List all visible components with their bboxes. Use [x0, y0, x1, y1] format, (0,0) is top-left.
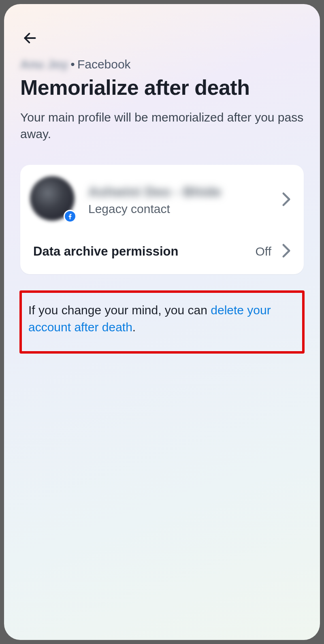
legacy-contact-row[interactable]: Ashwini Deo - Bhide Legacy contact	[20, 165, 304, 233]
page-title: Memorialize after death	[20, 75, 304, 100]
breadcrumb: Anu Joy•Facebook	[20, 58, 304, 71]
breadcrumb-separator: •	[70, 58, 75, 71]
settings-card: Ashwini Deo - Bhide Legacy contact Data …	[20, 165, 304, 274]
data-archive-row[interactable]: Data archive permission Off	[20, 233, 304, 274]
arrow-left-icon	[22, 30, 38, 46]
screen: Anu Joy•Facebook Memorialize after death…	[4, 4, 320, 640]
legacy-contact-text: Ashwini Deo - Bhide Legacy contact	[88, 184, 278, 216]
breadcrumb-user-name: Anu Joy	[20, 58, 68, 71]
data-archive-value: Off	[256, 245, 271, 258]
legacy-contact-label: Legacy contact	[88, 202, 278, 216]
avatar-wrap	[30, 176, 78, 224]
data-archive-label: Data archive permission	[33, 244, 256, 259]
facebook-badge-icon	[64, 210, 77, 223]
highlight-annotation: If you change your mind, you can delete …	[19, 290, 305, 354]
page-subtitle: Your main profile will be memorialized a…	[20, 109, 304, 142]
change-mind-text: If you change your mind, you can delete …	[28, 302, 296, 336]
chevron-right-icon	[282, 243, 291, 260]
back-button[interactable]	[20, 28, 40, 48]
chevron-right-icon	[282, 192, 291, 208]
breadcrumb-platform: Facebook	[77, 58, 131, 71]
legacy-contact-name: Ashwini Deo - Bhide	[88, 184, 278, 200]
change-mind-prefix: If you change your mind, you can	[28, 303, 211, 317]
change-mind-suffix: .	[132, 320, 136, 334]
